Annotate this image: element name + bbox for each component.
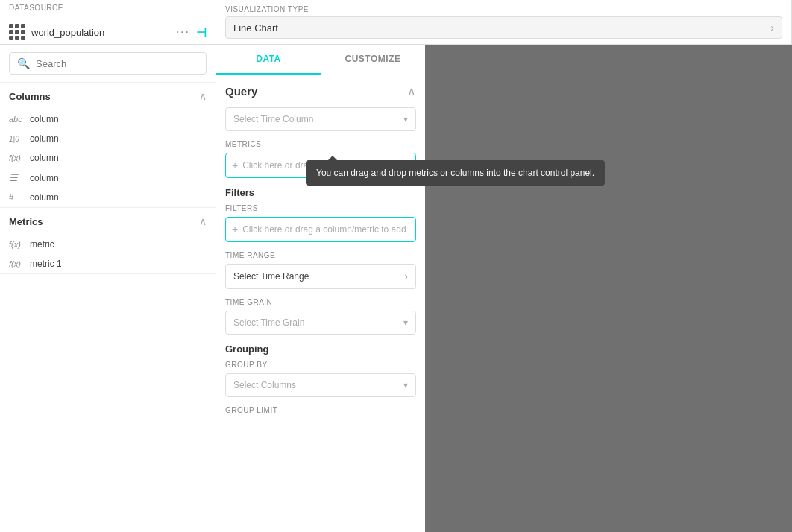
search-input-wrapper[interactable]: 🔍 bbox=[9, 52, 207, 75]
filters-drop-area[interactable]: + Click here or drag a column/metric to … bbox=[225, 217, 416, 242]
columns-section: Columns ∧ abc column 1|0 column f(x) col… bbox=[0, 83, 216, 208]
column-type-abc-icon: abc bbox=[9, 115, 24, 124]
filters-form-label: FILTERS bbox=[225, 204, 416, 212]
datasource-label: DATASOURCE bbox=[9, 4, 207, 12]
column-name: column bbox=[30, 133, 59, 144]
column-type-hash-icon: # bbox=[9, 193, 24, 202]
metrics-form-label: METRICS bbox=[225, 140, 416, 148]
metrics-section-title: Metrics bbox=[9, 216, 43, 227]
tab-data[interactable]: DATA bbox=[216, 45, 321, 75]
filters-section: Filters FILTERS + Click here or drag a c… bbox=[225, 187, 416, 242]
search-input[interactable] bbox=[36, 58, 198, 69]
filters-add-placeholder: Click here or drag a column/metric to ad… bbox=[242, 224, 406, 235]
column-name: column bbox=[30, 192, 59, 203]
grid-icon bbox=[9, 24, 25, 40]
time-grain-placeholder: Select Time Grain bbox=[233, 317, 304, 328]
time-grain-section: TIME GRAIN Select Time Grain ▾ bbox=[225, 298, 416, 335]
column-name: column bbox=[30, 173, 59, 183]
column-name: column bbox=[30, 114, 59, 124]
metric-name: metric bbox=[30, 239, 54, 250]
datasource-name: world_population bbox=[31, 27, 104, 38]
metrics-chevron-icon: ∧ bbox=[199, 215, 207, 227]
tab-customize[interactable]: CUSTOMIZE bbox=[321, 45, 425, 75]
time-grain-selector[interactable]: Select Time Grain ▾ bbox=[225, 311, 416, 335]
time-column-placeholder: Select Time Column bbox=[233, 114, 313, 124]
time-range-value: Select Time Range bbox=[233, 271, 309, 282]
group-by-label: GROUP BY bbox=[225, 361, 416, 369]
metric-name: metric 1 bbox=[30, 259, 62, 269]
collapse-panel-button[interactable]: ⊣ bbox=[196, 25, 207, 39]
metric-item[interactable]: f(x) metric 1 bbox=[0, 254, 216, 273]
column-item[interactable]: f(x) column bbox=[0, 148, 216, 168]
time-range-label: TIME RANGE bbox=[225, 251, 416, 259]
tabs-row: DATA CUSTOMIZE bbox=[216, 45, 425, 75]
metric-item[interactable]: f(x) metric bbox=[0, 235, 216, 254]
viz-type-selector[interactable]: Line Chart › bbox=[225, 16, 782, 39]
query-title: Query bbox=[225, 85, 257, 98]
search-icon: 🔍 bbox=[17, 57, 30, 69]
time-grain-chevron-icon: ▾ bbox=[403, 317, 408, 328]
group-by-placeholder: Select Columns bbox=[233, 380, 296, 390]
viz-type-value: Line Chart bbox=[233, 22, 278, 34]
filters-title: Filters bbox=[225, 187, 416, 198]
column-name: column bbox=[30, 153, 59, 163]
time-range-arrow-icon: › bbox=[404, 270, 408, 282]
metrics-add-placeholder: Click here or drag a column/metric to ad… bbox=[242, 160, 406, 171]
metric-type-fx-icon: f(x) bbox=[9, 259, 24, 268]
columns-section-header[interactable]: Columns ∧ bbox=[0, 83, 216, 110]
grouping-title: Grouping bbox=[225, 343, 416, 355]
grouping-section: Grouping GROUP BY Select Columns ▾ GROUP… bbox=[225, 343, 416, 414]
metrics-section: Metrics ∧ f(x) metric f(x) metric 1 bbox=[0, 208, 216, 274]
group-limit-label: GROUP LIMIT bbox=[225, 406, 416, 414]
metrics-section-header[interactable]: Metrics ∧ bbox=[0, 208, 216, 235]
time-column-field[interactable]: Select Time Column ▾ bbox=[225, 107, 416, 131]
metric-type-fx-icon: f(x) bbox=[9, 240, 24, 249]
metrics-drop-area[interactable]: + Click here or drag a column/metric to … bbox=[225, 153, 416, 178]
group-by-selector[interactable]: Select Columns ▾ bbox=[225, 373, 416, 397]
column-item[interactable]: ☰ column bbox=[0, 168, 216, 188]
column-type-numeric-icon: 1|0 bbox=[9, 135, 24, 143]
columns-chevron-icon: ∧ bbox=[199, 90, 207, 102]
column-item[interactable]: # column bbox=[0, 188, 216, 207]
column-item[interactable]: 1|0 column bbox=[0, 129, 216, 148]
config-panel: DATA CUSTOMIZE Query ∧ Select Time Colum… bbox=[216, 45, 425, 532]
viz-type-chevron-icon: › bbox=[770, 22, 774, 34]
column-item[interactable]: abc column bbox=[0, 110, 216, 129]
filters-plus-icon: + bbox=[232, 224, 238, 235]
time-range-section: TIME RANGE Select Time Range › bbox=[225, 251, 416, 289]
time-range-selector[interactable]: Select Time Range › bbox=[225, 264, 416, 289]
query-section: Query ∧ Select Time Column ▾ METRICS + C… bbox=[216, 75, 425, 432]
metrics-plus-icon: + bbox=[232, 159, 238, 171]
columns-section-title: Columns bbox=[9, 91, 51, 102]
time-grain-label: TIME GRAIN bbox=[225, 298, 416, 306]
time-column-chevron-icon: ▾ bbox=[403, 114, 408, 124]
query-collapse-icon[interactable]: ∧ bbox=[407, 84, 416, 98]
viz-type-label: VISUALIZATION TYPE bbox=[225, 5, 309, 13]
group-by-chevron-icon: ▾ bbox=[403, 380, 408, 390]
column-type-fx-icon: f(x) bbox=[9, 153, 24, 162]
datasource-options-button[interactable]: ··· bbox=[176, 25, 190, 39]
column-type-calendar-icon: ☰ bbox=[9, 172, 24, 183]
